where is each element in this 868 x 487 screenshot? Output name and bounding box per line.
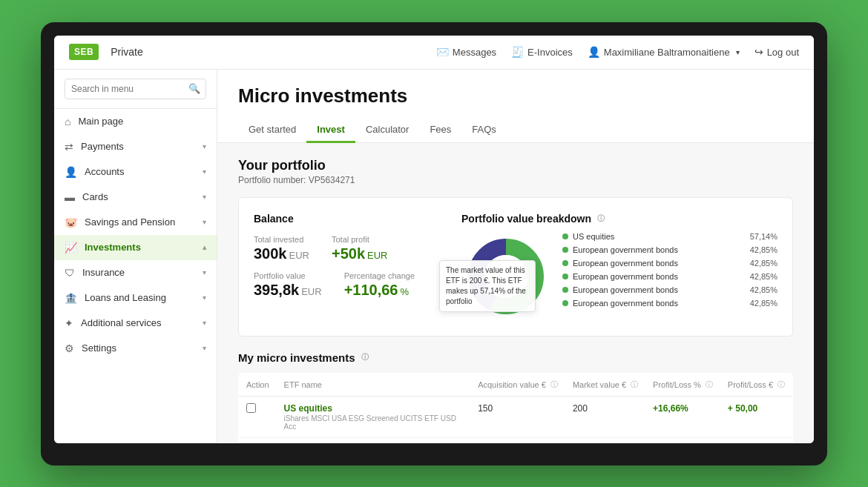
chevron-down-icon: ▾ — [736, 48, 740, 56]
tab-get-started[interactable]: Get started — [238, 118, 306, 143]
tab-invest[interactable]: Invest — [306, 118, 355, 143]
user-menu-button[interactable]: 👤 Maximiliane Baltramonaitiene ▾ — [588, 46, 740, 58]
legend-item: European government bonds 42,85% — [562, 272, 777, 281]
balance-breakdown-card: Balance Total invested 300kEUR Total pro — [238, 197, 793, 337]
col-action: Action — [239, 373, 277, 396]
legend-list: US equities 57,14% European government b… — [562, 232, 777, 312]
messages-label: Messages — [453, 47, 496, 58]
sidebar-item-cards[interactable]: ▬ Cards ▾ — [54, 185, 217, 210]
sidebar-search-wrap: 🔍 — [54, 70, 217, 109]
row-checkbox[interactable] — [239, 437, 277, 443]
topbar-actions: ✉️ Messages 🧾 E-Invoices 👤 Maximiliane B… — [436, 46, 799, 58]
content-area: Micro investments Get started Invest Cal… — [217, 70, 814, 443]
row-profit-pct: +16,66% — [645, 396, 720, 437]
info-icon[interactable]: ⓘ — [361, 352, 369, 362]
info-icon[interactable]: ⓘ — [777, 380, 785, 390]
row-etf-name: US equities iShares MSCI USA ESG Screene… — [277, 396, 471, 437]
legend-name: US equities — [573, 232, 750, 241]
sidebar: 🔍 ⌂ Main page ⇄ Payments ▾ 👤 Accounts ▾ — [54, 70, 217, 443]
einvoices-button[interactable]: 🧾 E-Invoices — [511, 46, 573, 58]
einvoices-label: E-Invoices — [527, 47, 573, 58]
row-profit-eur: + 50,00 — [720, 396, 793, 437]
etf-name-link[interactable]: US equities — [284, 403, 464, 414]
legend-item: European government bonds 42,85% — [562, 285, 777, 294]
sidebar-item-additional-services[interactable]: ✦ Additional services ▾ — [54, 311, 217, 336]
info-icon[interactable]: ⓘ — [706, 380, 713, 390]
sidebar-item-loans-and-leasing[interactable]: 🏦 Loans and Leasing ▾ — [54, 285, 217, 311]
insurance-icon: 🛡 — [65, 267, 75, 279]
chevron-down-icon: ▾ — [203, 218, 206, 226]
total-profit: Total profit +50kEUR — [332, 235, 388, 262]
cursor-indicator: ⊕ — [525, 268, 534, 282]
legend-item: European government bonds 42,85% — [562, 245, 777, 254]
legend-name: European government bonds — [573, 285, 750, 294]
logout-button[interactable]: ↪ Log out — [754, 46, 799, 58]
sidebar-item-settings[interactable]: ⚙ Settings ▾ — [54, 336, 217, 361]
screen: SEB Private ✉️ Messages 🧾 E-Invoices 👤 M… — [54, 36, 814, 443]
info-icon[interactable]: ⓘ — [550, 380, 558, 390]
chevron-up-icon: ▴ — [203, 243, 206, 251]
cards-icon: ▬ — [65, 191, 75, 203]
table-header-row: Action ETF name Acquisition value €ⓘ Mar… — [239, 373, 793, 396]
chevron-down-icon: ▾ — [203, 344, 206, 352]
legend-pct: 42,85% — [750, 245, 777, 254]
topbar: SEB Private ✉️ Messages 🧾 E-Invoices 👤 M… — [54, 36, 814, 70]
row-mkt-value: 200 — [565, 396, 645, 437]
info-icon[interactable]: ⓘ — [631, 380, 638, 390]
donut-chart: The market value of this ETF is 200 €. T… — [461, 232, 550, 321]
messages-button[interactable]: ✉️ Messages — [436, 46, 496, 58]
legend-pct: 57,14% — [750, 232, 777, 241]
logout-label: Log out — [767, 47, 799, 58]
legend-name: European government bonds — [573, 259, 750, 268]
sidebar-item-label: Insurance — [82, 267, 125, 278]
sidebar-item-label: Loans and Leasing — [85, 292, 166, 303]
row-acq-value: 150 — [470, 396, 565, 437]
row-profit-pct: 0 % — [645, 437, 720, 443]
etf-sub: iShares MSCI USA ESG Screened UCITS ETF … — [284, 414, 464, 431]
col-profit-pct: Profit/Loss %ⓘ — [645, 373, 720, 396]
row-etf-name: European government bonds iShares € Govt… — [277, 437, 471, 443]
tab-calculator[interactable]: Calculator — [355, 118, 420, 143]
tab-fees[interactable]: Fees — [419, 118, 461, 143]
row-profit-eur: 0 — [720, 437, 793, 443]
page-title-bar: Micro investments Get started Invest Cal… — [217, 70, 814, 143]
portfolio-value: Portfolio value 395,8kEUR — [254, 271, 322, 299]
search-input[interactable] — [65, 79, 206, 99]
payments-icon: ⇄ — [65, 141, 73, 153]
investments-table: Action ETF name Acquisition value €ⓘ Mar… — [238, 373, 793, 443]
row-checkbox[interactable] — [239, 396, 277, 437]
chevron-down-icon: ▾ — [203, 142, 206, 150]
investments-icon: 📈 — [65, 242, 77, 254]
breakdown-title: Portfolio value breakdown ⓘ — [461, 213, 777, 225]
sidebar-item-insurance[interactable]: 🛡 Insurance ▾ — [54, 260, 217, 285]
sidebar-item-label: Cards — [82, 191, 108, 202]
sidebar-item-investments[interactable]: 📈 Investments ▴ — [54, 235, 217, 260]
tab-faqs[interactable]: FAQs — [461, 118, 507, 143]
tabs: Get started Invest Calculator Fees FAQs — [238, 118, 793, 142]
sidebar-item-label: Settings — [82, 342, 116, 354]
savings-icon: 🐷 — [65, 216, 77, 228]
row-acq-value: 150 — [470, 437, 565, 443]
legend-name: European government bonds — [573, 245, 750, 254]
legend-item: European government bonds 42,85% — [562, 259, 777, 268]
sidebar-item-label: Main page — [78, 116, 123, 127]
additional-services-icon: ✦ — [65, 317, 73, 329]
balance-title: Balance — [254, 213, 447, 225]
sidebar-item-savings-and-pension[interactable]: 🐷 Savings and Pension ▾ — [54, 210, 217, 235]
sidebar-item-accounts[interactable]: 👤 Accounts ▾ — [54, 159, 217, 185]
sidebar-item-main-page[interactable]: ⌂ Main page — [54, 109, 217, 134]
row-select-checkbox[interactable] — [246, 403, 256, 413]
home-icon: ⌂ — [65, 116, 70, 127]
portfolio-header: Your portfolio Portfolio number: VP56342… — [238, 158, 793, 185]
legend-pct: 42,85% — [750, 299, 777, 308]
total-invested-value: 300kEUR — [254, 245, 309, 262]
chevron-down-icon: ▾ — [203, 319, 206, 327]
legend-name: European government bonds — [573, 272, 750, 281]
total-invested-label: Total invested — [254, 235, 309, 244]
percentage-change: Percentage change +110,66% — [344, 271, 415, 299]
portfolio-value-amount: 395,8kEUR — [254, 282, 322, 299]
user-label: Maximiliane Baltramonaitiene — [604, 47, 730, 58]
total-profit-label: Total profit — [332, 235, 388, 244]
info-icon[interactable]: ⓘ — [597, 213, 605, 224]
sidebar-item-payments[interactable]: ⇄ Payments ▾ — [54, 134, 217, 159]
